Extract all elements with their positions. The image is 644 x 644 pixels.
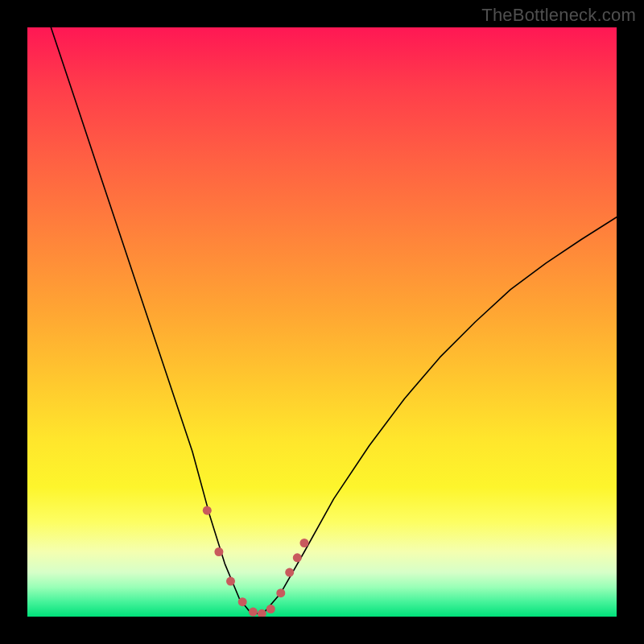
sweet-spot-marker: [266, 605, 275, 613]
sweet-spot-marker: [285, 568, 294, 577]
sweet-spot-markers: [203, 506, 309, 617]
sweet-spot-marker: [300, 539, 309, 547]
chart-plot-area: [27, 27, 617, 617]
chart-frame: TheBottleneck.com: [0, 0, 644, 644]
sweet-spot-marker: [249, 608, 258, 617]
sweet-spot-marker: [276, 588, 285, 597]
sweet-spot-marker: [238, 597, 247, 606]
watermark-text: TheBottleneck.com: [481, 5, 636, 26]
sweet-spot-marker: [214, 547, 223, 556]
sweet-spot-marker: [203, 506, 212, 515]
curve-layer: [27, 27, 617, 617]
sweet-spot-marker: [258, 609, 266, 617]
sweet-spot-marker: [226, 577, 235, 586]
sweet-spot-marker: [293, 553, 302, 562]
bottleneck-curve: [51, 27, 617, 613]
